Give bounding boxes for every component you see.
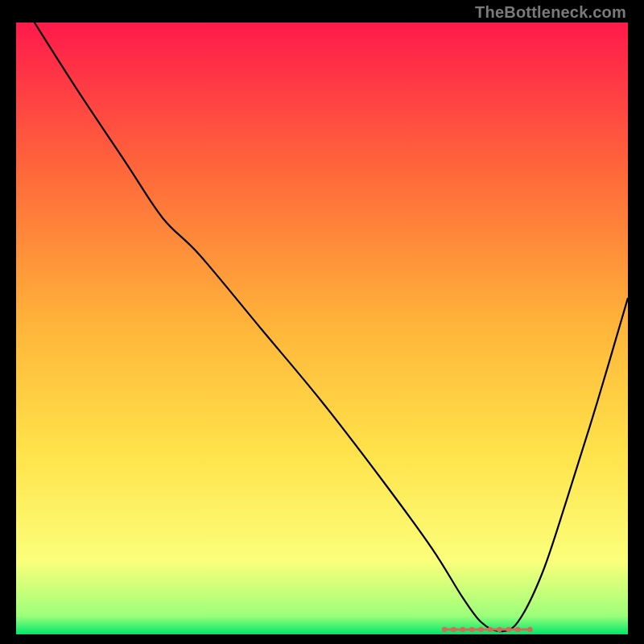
- bottleneck-chart: [16, 23, 628, 634]
- chart-frame: [16, 23, 628, 634]
- chart-marker: [527, 627, 532, 632]
- chart-marker: [478, 627, 483, 632]
- chart-marker: [515, 627, 520, 632]
- chart-marker: [442, 627, 447, 632]
- chart-marker: [488, 627, 493, 632]
- chart-marker: [451, 627, 456, 632]
- chart-marker: [497, 627, 502, 632]
- chart-marker: [506, 627, 511, 632]
- chart-marker: [460, 627, 465, 632]
- chart-background: [16, 23, 628, 634]
- chart-marker: [469, 627, 474, 632]
- watermark-text: TheBottleneck.com: [475, 3, 626, 22]
